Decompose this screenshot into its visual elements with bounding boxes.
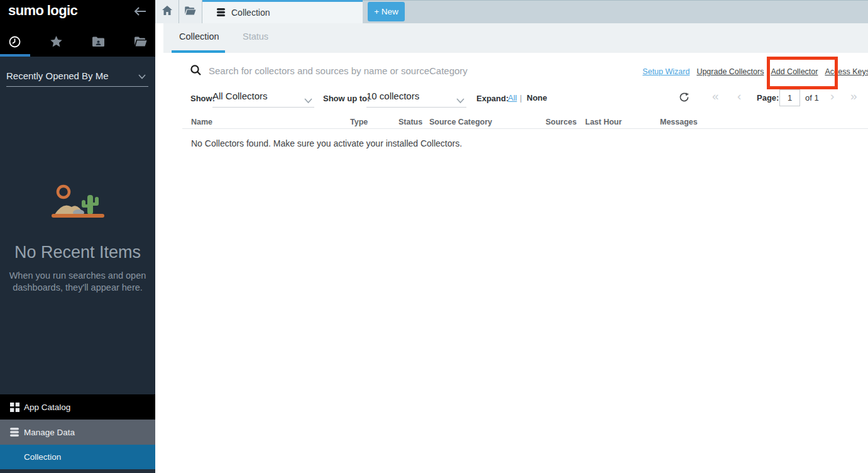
limit-filter-value: 10 collectors	[366, 91, 419, 101]
home-button[interactable]	[155, 0, 179, 23]
quick-links: Setup Wizard Upgrade Collectors Add Coll…	[642, 67, 868, 76]
expand-divider: |	[520, 93, 522, 103]
favorites-star-icon[interactable]	[43, 31, 69, 52]
personal-folder-icon[interactable]	[85, 31, 111, 52]
add-collector-link[interactable]: Add Collector	[771, 67, 818, 76]
search-icon	[190, 65, 201, 78]
expand-all-link[interactable]: All	[508, 93, 517, 103]
chevron-down-icon	[456, 95, 464, 106]
column-header-last-hour: Last Hour	[585, 118, 622, 126]
sidebar-empty-state: No Recent Items When you run searches an…	[0, 181, 155, 294]
previous-page-icon[interactable]: ‹	[737, 89, 741, 104]
main-content: Collection Status Setup Wizard Upgrade C…	[155, 23, 868, 473]
no-recent-items-title: No Recent Items	[0, 243, 155, 262]
sidebar: sumo logic Recently Opened By Me	[0, 0, 155, 473]
next-page-icon[interactable]: ›	[830, 89, 834, 104]
recently-opened-label: Recently Opened By Me	[6, 70, 109, 81]
top-tab-bar: Collection + New	[155, 0, 868, 23]
page-number-input[interactable]	[779, 89, 800, 106]
app-window: sumo logic Recently Opened By Me	[0, 0, 868, 473]
page-label: Page:	[757, 93, 779, 103]
column-header-sources: Sources	[546, 118, 576, 126]
recent-icon[interactable]	[2, 31, 27, 52]
table-header-divider	[182, 128, 868, 129]
last-page-icon[interactable]: »	[850, 89, 857, 104]
recently-opened-dropdown[interactable]: Recently Opened By Me	[6, 65, 148, 87]
active-tab-underline	[172, 50, 225, 53]
home-icon	[162, 6, 172, 18]
desert-illustration	[49, 181, 107, 226]
sidebar-item-collection[interactable]: Collection	[0, 445, 155, 469]
sidebar-item-label: Manage Data	[24, 428, 75, 437]
collapse-sidebar-icon[interactable]	[134, 6, 146, 19]
expand-none-link[interactable]: None	[527, 93, 547, 103]
setup-wizard-link[interactable]: Setup Wizard	[642, 67, 689, 76]
library-button[interactable]	[179, 0, 202, 23]
sidebar-item-app-catalog[interactable]: App Catalog	[0, 394, 155, 420]
tab-collection-document[interactable]: Collection	[202, 0, 363, 23]
refresh-icon[interactable]	[679, 92, 689, 105]
search-input[interactable]	[209, 62, 592, 79]
expand-label: Expand:	[476, 94, 508, 103]
database-icon	[216, 8, 226, 17]
show-filter-value: All Collectors	[212, 91, 268, 101]
chevron-down-icon	[304, 95, 312, 106]
open-folder-icon	[185, 6, 196, 18]
database-icon	[9, 426, 20, 438]
access-keys-link[interactable]: Access Keys	[825, 67, 868, 76]
show-filter-label: Show:	[190, 94, 215, 103]
sidebar-item-label: Collection	[24, 452, 61, 462]
page-count-label: of 1	[805, 93, 819, 103]
limit-filter-dropdown[interactable]: 10 collectors	[366, 91, 466, 108]
first-page-icon[interactable]: «	[712, 89, 719, 104]
no-recent-items-subtitle: When you run searches and open dashboard…	[5, 270, 151, 294]
column-header-type: Type	[350, 118, 368, 126]
tab-status[interactable]: Status	[243, 31, 268, 42]
sidebar-item-label: App Catalog	[24, 403, 70, 412]
limit-filter-label: Show up to:	[323, 94, 370, 103]
collection-tabstrip: Collection Status	[163, 23, 868, 53]
app-grid-icon	[9, 401, 20, 413]
show-filter-dropdown[interactable]: All Collectors	[212, 91, 314, 108]
sidebar-header: sumo logic	[0, 0, 155, 57]
empty-collectors-message: No Collectors found. Make sure you activ…	[191, 138, 462, 148]
sidebar-bottom-strip	[0, 469, 155, 473]
column-header-messages: Messages	[660, 118, 698, 126]
active-tab-indicator	[0, 54, 30, 57]
sidebar-bottom-nav: App Catalog Manage Data Collection	[0, 394, 155, 469]
sumo-logic-logo: sumo logic	[8, 3, 77, 19]
tab-collection[interactable]: Collection	[179, 31, 219, 42]
sidebar-item-manage-data[interactable]: Manage Data	[0, 420, 155, 445]
new-button[interactable]: + New	[368, 2, 405, 21]
column-header-source-category: Source Category	[429, 118, 492, 126]
chevron-down-icon	[138, 70, 146, 81]
upgrade-collectors-link[interactable]: Upgrade Collectors	[696, 67, 764, 76]
column-header-status: Status	[398, 118, 422, 126]
column-header-name: Name	[191, 118, 212, 126]
tab-title: Collection	[231, 8, 270, 18]
library-folder-icon[interactable]	[128, 31, 153, 52]
